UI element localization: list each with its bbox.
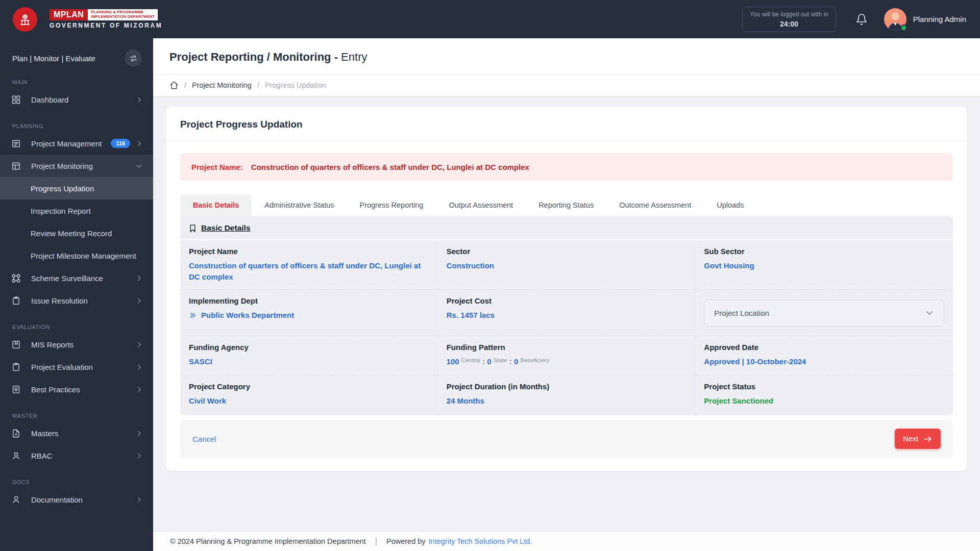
sidebar-item-project-evaluation[interactable]: Project Evaluation [0, 356, 153, 378]
sidebar-section-docs: DOCS [0, 479, 153, 485]
user-icon [11, 451, 21, 461]
alert-label: Project Name: [191, 163, 243, 171]
chevron-down-icon [135, 162, 143, 170]
field-funding-agency: Funding Agency SASCI [180, 336, 438, 375]
chevron-right-icon [135, 363, 143, 371]
topbar: MPLAN PLANNING & PROGRAMME IMPLEMENTATIO… [0, 0, 980, 38]
field-approved-date: Approved Date Approved | 10-October-2024 [695, 336, 953, 375]
sidebar-item-best-practices[interactable]: Best Practices [0, 378, 153, 400]
form-actions: Cancel Next [180, 420, 953, 458]
field-funding-pattern: Funding Pattern 100 Central : 0 State : … [438, 336, 696, 375]
tab-bar: Basic Details Administrative Status Prog… [180, 194, 953, 216]
notification-bell-icon[interactable] [855, 13, 868, 26]
page-header: Project Reporting / Monitoring - Entry [153, 38, 980, 74]
sidebar-subitem-project-milestone-management[interactable]: Project Milestone Management [0, 244, 153, 267]
breadcrumb-progress-updation: Progress Updation [265, 81, 326, 89]
footer-copyright: © 2024 Planning & Programme Implementati… [170, 537, 366, 545]
list-icon [11, 139, 21, 148]
field-project-name: Project Name Construction of quarters of… [180, 240, 438, 289]
section-title: Basic Details [201, 223, 251, 233]
sidebar-subitem-review-meeting-record[interactable]: Review Meeting Record [0, 222, 153, 244]
tab-output-assessment[interactable]: Output Assessment [436, 194, 526, 216]
network-nodes-icon [11, 273, 21, 283]
session-timeout-notice: You will be logged out with in 24:00 [742, 7, 836, 32]
sidebar-tagline: Plan | Monitor | Evaluate [12, 54, 95, 63]
logo-brand: MPLAN [50, 9, 88, 20]
sidebar-subitem-inspection-report[interactable]: Inspection Report [0, 199, 153, 222]
bookmark-icon [188, 224, 197, 233]
select-chevron-down-icon [925, 308, 934, 317]
tab-uploads[interactable]: Uploads [704, 194, 756, 216]
sidebar-item-rbac[interactable]: RBAC [0, 444, 153, 467]
sidebar-section-planning: PLANNING [0, 123, 153, 129]
footer-vendor-link[interactable]: Integrity Tech Solutions Pvt Ltd. [429, 537, 532, 545]
card-title: Project Progress Updation [180, 119, 953, 130]
tab-outcome-assessment[interactable]: Outcome Assessment [606, 194, 704, 216]
sidebar-section-main: MAIN [0, 79, 153, 85]
sidebar-item-project-monitoring[interactable]: Project Monitoring [0, 155, 153, 177]
chevron-right-icon [135, 297, 143, 305]
book-icon [11, 340, 21, 349]
sidebar-item-scheme-surveillance[interactable]: Scheme Surveillance [0, 267, 153, 289]
arrow-right-icon [923, 434, 933, 444]
progress-updation-card: Project Progress Updation Project Name: … [166, 107, 967, 471]
chevron-right-icon [135, 341, 143, 348]
next-button[interactable]: Next [895, 429, 941, 449]
tab-progress-reporting[interactable]: Progress Reporting [347, 194, 436, 216]
chevron-right-icon [135, 274, 143, 282]
sidebar-item-mis-reports[interactable]: MIS Reports [0, 333, 153, 356]
alert-project-name: Construction of quarters of officers & s… [251, 163, 529, 171]
double-chevron-icon [189, 311, 197, 319]
sidebar-item-issue-resolution[interactable]: Issue Resolution [0, 289, 153, 312]
chevron-right-icon [135, 96, 143, 104]
govt-emblem-icon [13, 7, 37, 32]
layout-icon [11, 161, 21, 171]
field-project-cost: Project Cost Rs. 1457 lacs [438, 290, 696, 336]
field-project-status: Project Status Project Sanctioned [695, 375, 953, 415]
field-sub-sector: Sub Sector Govt Housing [695, 240, 953, 289]
sidebar-subitem-progress-updation[interactable]: Progress Updation [0, 177, 153, 199]
file-plus-icon [11, 429, 21, 438]
field-implementing-dept: Implementing Dept Public Works Departmen… [180, 290, 438, 336]
tab-administrative-status[interactable]: Administrative Status [252, 194, 347, 216]
clipboard-icon [11, 296, 21, 306]
field-sector: Sector Construction [438, 240, 696, 289]
field-project-category: Project Category Civil Work [180, 375, 438, 415]
logo-text-block: MPLAN PLANNING & PROGRAMME IMPLEMENTATIO… [50, 9, 162, 29]
page-title: Project Reporting / Monitoring - Entry [169, 51, 964, 64]
chevron-right-icon [135, 496, 143, 504]
breadcrumb-project-monitoring[interactable]: Project Monitoring [192, 81, 252, 89]
sidebar-item-documentation[interactable]: Documentation [0, 488, 153, 511]
breadcrumb: / Project Monitoring / Progress Updation [153, 74, 980, 96]
project-name-alert: Project Name: Construction of quarters o… [180, 153, 953, 181]
online-status-dot [900, 24, 907, 31]
tab-basic-details[interactable]: Basic Details [180, 194, 252, 216]
user-name[interactable]: Planning Admin [913, 15, 966, 23]
cancel-button[interactable]: Cancel [192, 435, 216, 443]
project-management-count-badge: 116 [111, 139, 130, 148]
basic-details-panel: Basic Details Project Name Construction … [180, 216, 953, 415]
sidebar-item-dashboard[interactable]: Dashboard [0, 88, 153, 111]
field-project-location: Project Location [695, 290, 953, 336]
brand-logo[interactable]: MPLAN PLANNING & PROGRAMME IMPLEMENTATIO… [13, 7, 162, 32]
timeout-countdown: 24:00 [750, 20, 828, 28]
sidebar-item-project-management[interactable]: Project Management 116 [0, 132, 153, 155]
logo-government: GOVERNMENT OF MIZORAM [50, 22, 162, 29]
field-project-duration: Project Duration (in Months) 24 Months [438, 375, 696, 415]
project-location-select[interactable]: Project Location [704, 299, 944, 327]
document-badge-icon [11, 385, 21, 394]
sidebar-item-masters[interactable]: Masters [0, 422, 153, 444]
user-icon [11, 495, 21, 505]
chevron-right-icon [135, 452, 143, 460]
footer-powered-by: Powered by [386, 537, 426, 545]
sidebar-section-evaluation: EVALUATION [0, 324, 153, 330]
user-avatar[interactable] [884, 8, 906, 31]
sidebar-section-master: MASTER [0, 413, 153, 419]
sidebar-toggle-button[interactable] [125, 49, 142, 67]
sidebar: Plan | Monitor | Evaluate MAIN Dashboard… [0, 38, 153, 551]
clipboard-icon [11, 362, 21, 372]
logo-department: PLANNING & PROGRAMME IMPLEMENTATION DEPA… [88, 9, 158, 20]
home-icon[interactable] [169, 81, 179, 90]
tab-reporting-status[interactable]: Reporting Status [526, 194, 606, 216]
page-footer: © 2024 Planning & Programme Implementati… [153, 531, 980, 551]
